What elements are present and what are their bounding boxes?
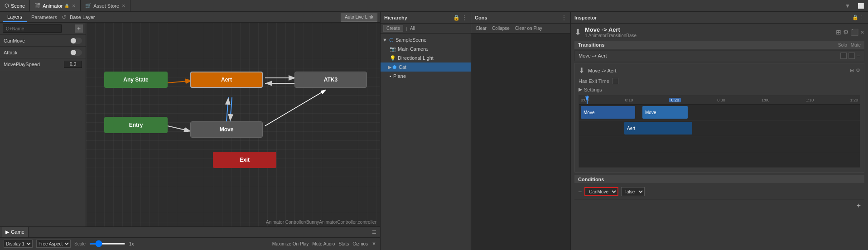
hierarchy-tree: ▼ ⬡ SampleScene 📷 Main Camera 💡 Directio… <box>381 34 471 250</box>
console-body <box>471 34 570 250</box>
inspector-more-icon[interactable]: ⋮ <box>859 14 864 20</box>
has-exit-time-row: Has Exit Time <box>579 77 860 86</box>
node-atk3[interactable]: ATK3 <box>294 72 367 88</box>
tab-scene[interactable]: ⬡ Scene <box>0 0 30 11</box>
maximize-btn[interactable]: ⬜ <box>854 3 868 9</box>
has-exit-time-checkbox[interactable] <box>612 78 618 84</box>
remove-transition-btn[interactable]: − <box>857 52 860 59</box>
transition-arrow-icon: ⬇ <box>574 27 581 37</box>
canmove-toggle[interactable] <box>70 38 82 44</box>
detail-gear-btn[interactable]: ⚙ <box>856 67 860 73</box>
search-input[interactable] <box>3 24 62 33</box>
game-panel-settings-icon[interactable]: ☰ <box>370 229 378 235</box>
animator-canvas: Any State Entry Aert ATK3 Move <box>86 23 380 226</box>
auto-live-btn[interactable]: Auto Live Link <box>341 13 377 22</box>
timeline-block-aert[interactable]: Aert <box>624 122 692 135</box>
animator-lock-icon: 🔒 <box>64 4 69 8</box>
mute-audio-btn[interactable]: Mute Audio <box>312 241 335 246</box>
all-btn[interactable]: All <box>410 26 415 31</box>
timeline-ruler: 0:00 0:10 0:20 0:30 1:00 1:10 1:20 <box>579 96 860 105</box>
mute-checkbox[interactable] <box>849 53 855 59</box>
attack-toggle[interactable] <box>70 49 82 56</box>
cat-icon: ⬢ <box>392 64 397 70</box>
detail-layout-btn[interactable]: ⊞ <box>850 67 854 73</box>
timeline-block-move-2[interactable]: Move <box>642 106 688 119</box>
camera-icon: 📷 <box>390 46 396 52</box>
add-layer-btn[interactable]: + <box>75 24 83 33</box>
inspector-layout-icon[interactable]: ⊞ <box>836 29 841 36</box>
condition-param-select[interactable]: CanMove <box>584 187 618 196</box>
hierarchy-item-light[interactable]: 💡 Directional Light <box>381 53 471 62</box>
console-title: Cons <box>475 15 487 20</box>
detail-arrow-icon: ⬇ <box>579 66 584 75</box>
create-btn[interactable]: Create <box>383 25 403 32</box>
timeline-track-2 <box>579 136 860 152</box>
animator-close-icon[interactable]: ✕ <box>72 4 76 8</box>
hierarchy-title: Hierarchy <box>384 15 407 20</box>
node-aert[interactable]: Aert <box>190 72 263 88</box>
timeline-marks: 0:00 0:10 0:20 0:30 1:00 1:10 1:20 <box>581 98 858 102</box>
clear-btn[interactable]: Clear <box>474 25 488 31</box>
gizmos-btn[interactable]: Gizmos <box>352 241 368 246</box>
conditions-body: − CanMove false true <box>574 184 864 199</box>
gizmos-dropdown-icon[interactable]: ▼ <box>371 241 376 246</box>
layout-options-btn[interactable]: ▼ <box>841 3 854 9</box>
node-exit[interactable]: Exit <box>213 152 276 168</box>
inspector-close-icon[interactable]: ✕ <box>860 29 864 36</box>
game-icon: ▶ <box>5 229 9 235</box>
tab-layers[interactable]: Layers <box>3 12 27 22</box>
inspector-maximize-icon[interactable]: ⬛ <box>851 29 858 36</box>
collapse-btn[interactable]: Collapse <box>490 25 511 31</box>
inspector-settings-icon[interactable]: ⚙ <box>843 29 849 36</box>
timeline-track-1: Aert <box>579 120 860 136</box>
hierarchy-more-icon[interactable]: ⋮ <box>462 14 467 21</box>
clear-on-play-btn[interactable]: Clear on Play <box>513 25 544 31</box>
console-header: Cons ⋮ <box>471 12 570 24</box>
display-select[interactable]: Display 1 <box>4 240 33 248</box>
maximize-on-play-btn[interactable]: Maximize On Play <box>272 241 309 246</box>
add-condition-btn[interactable]: + <box>857 202 861 210</box>
svg-line-5 <box>227 97 228 121</box>
transition-detail: ⬇ Move -> Aert ⊞ ⚙ Has Exit Time ▶ Setti… <box>574 63 864 173</box>
hierarchy-item-plane[interactable]: ▪ Plane <box>381 72 471 81</box>
stats-btn[interactable]: Stats <box>338 241 349 246</box>
auto-icon: ↺ <box>62 14 66 20</box>
scene-expand-icon: ▼ <box>382 37 387 43</box>
timeline-tracks: Move Move Aert <box>579 105 860 168</box>
remove-condition-btn[interactable]: − <box>578 188 582 195</box>
scale-value: 1x <box>129 241 134 246</box>
transitions-section: Transitions Solo Mute <box>574 41 864 49</box>
animator-icon: 🎬 <box>34 3 41 9</box>
node-any-state[interactable]: Any State <box>104 72 168 88</box>
asset-close-icon[interactable]: ✕ <box>122 4 125 8</box>
tab-asset-store[interactable]: 🛒 Asset Store ✕ <box>81 0 130 11</box>
timeline-block-move-1[interactable]: Move <box>581 106 635 119</box>
hierarchy-lock-icon[interactable]: 🔒 <box>453 14 460 21</box>
hierarchy-header: Hierarchy 🔒 ⋮ <box>381 12 471 24</box>
settings-expand-icon[interactable]: ▶ <box>579 87 582 92</box>
console-more-icon[interactable]: ⋮ <box>561 14 567 21</box>
inspector-lock-icon[interactable]: 🔒 <box>852 14 858 20</box>
aspect-select[interactable]: Free Aspect <box>36 240 71 248</box>
inspector-panel: Inspector 🔒 ⋮ ⬇ Move -> Aert 1 AnimatorT… <box>571 12 868 250</box>
tab-game[interactable]: ▶ Game <box>2 227 29 237</box>
node-move[interactable]: Move <box>190 121 263 138</box>
tab-parameters[interactable]: Parameters <box>27 12 62 22</box>
settings-row: ▶ Settings <box>579 86 860 93</box>
moveplayspeed-input[interactable] <box>64 61 82 68</box>
tab-animator[interactable]: 🎬 Animator 🔒 ✕ <box>30 0 81 11</box>
hierarchy-item-camera[interactable]: 📷 Main Camera <box>381 44 471 53</box>
hierarchy-toolbar: Create | All <box>381 24 471 34</box>
conditions-section: Conditions − CanMove false true <box>574 175 864 212</box>
scale-slider[interactable] <box>89 243 125 245</box>
base-layer-label: Base Layer <box>70 14 95 20</box>
transition-main-title: Move -> Aert <box>585 26 637 33</box>
scene-root-item[interactable]: ▼ ⬡ SampleScene <box>381 35 471 44</box>
scale-label: Scale <box>74 241 86 246</box>
solo-checkbox[interactable] <box>840 53 847 59</box>
timeline-track-0: Move Move <box>579 105 860 120</box>
condition-value-select[interactable]: false true <box>621 187 645 196</box>
node-entry[interactable]: Entry <box>104 117 168 133</box>
transition-row[interactable]: Move -> Aert − <box>574 50 864 61</box>
hierarchy-item-cat[interactable]: ▶ ⬢ Cat <box>381 62 471 72</box>
